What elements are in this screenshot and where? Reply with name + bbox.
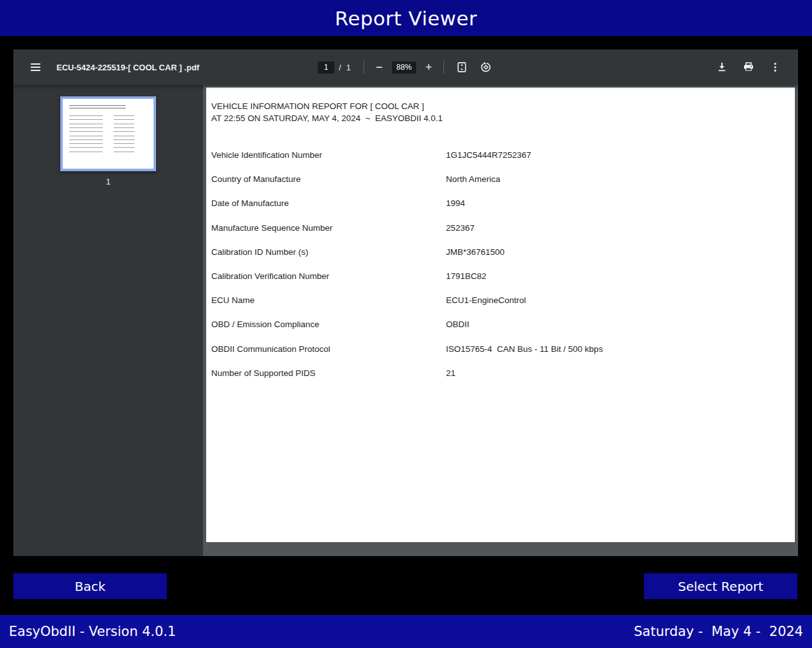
- report-row-value: 1994: [446, 198, 465, 223]
- viewer-body: 1 VEHICLE INFORMATION REPORT FOR [ COOL …: [13, 85, 798, 556]
- fit-page-button[interactable]: [454, 60, 469, 75]
- report-row-value: 1G1JC5444R7252367: [446, 150, 531, 174]
- report-row-label: OBDII Communication Protocol: [211, 344, 446, 368]
- report-title-line1: VEHICLE INFORMATION REPORT FOR [ COOL CA…: [211, 100, 782, 112]
- report-title-line2: AT 22:55 ON SATURDAY, MAY 4, 2024 ~ EASY…: [211, 112, 782, 124]
- report-row-value: ECU1-EngineControl: [446, 295, 526, 320]
- download-button[interactable]: [714, 60, 730, 75]
- document-filename: ECU-5424-225519-[ COOL CAR ] .pdf: [56, 63, 199, 72]
- select-report-button[interactable]: Select Report: [644, 573, 797, 599]
- report-row-value: OBDII: [446, 320, 469, 344]
- app-header: Report Viewer: [0, 0, 812, 36]
- report-row-label: Date of Manufacture: [211, 198, 446, 223]
- report-row: Manufacture Sequence Number 252367: [211, 223, 782, 247]
- thumbnail-text-lines: [114, 115, 134, 155]
- hamburger-icon: [30, 62, 41, 73]
- report-row: Calibration Verification Number 1791BC82: [211, 271, 782, 295]
- toolbar-right-group: [714, 49, 783, 85]
- fit-page-icon: [456, 62, 468, 73]
- page-separator: /: [339, 63, 341, 72]
- report-row: OBDII Communication Protocol ISO15765-4 …: [211, 344, 782, 368]
- page-number-input[interactable]: [318, 62, 334, 74]
- report-row-label: Number of Supported PIDS: [211, 368, 446, 392]
- report-row-value: North America: [446, 174, 501, 198]
- back-button[interactable]: Back: [13, 573, 167, 599]
- page-count: 1: [346, 63, 351, 72]
- rotate-button[interactable]: [478, 60, 494, 75]
- toolbar-divider: [363, 61, 364, 74]
- more-vertical-icon: [769, 62, 781, 73]
- report-row: Number of Supported PIDS 21: [211, 368, 782, 392]
- zoom-out-button[interactable]: −: [372, 60, 387, 75]
- pdf-viewer: ECU-5424-225519-[ COOL CAR ] .pdf / 1 − …: [13, 49, 798, 556]
- rotate-counterclockwise-icon: [480, 62, 492, 73]
- report-row-label: Vehicle Identification Number: [211, 150, 446, 174]
- print-icon: [743, 62, 754, 73]
- report-row-value: JMB*36761500: [446, 247, 504, 271]
- page-viewport: VEHICLE INFORMATION REPORT FOR [ COOL CA…: [203, 85, 798, 556]
- report-title-block: VEHICLE INFORMATION REPORT FOR [ COOL CA…: [211, 100, 782, 124]
- toolbar-left-group: ECU-5424-225519-[ COOL CAR ] .pdf: [28, 49, 199, 85]
- pdf-toolbar: ECU-5424-225519-[ COOL CAR ] .pdf / 1 − …: [13, 49, 798, 85]
- report-row: OBD / Emission Compliance OBDII: [211, 320, 782, 344]
- report-row: Vehicle Identification Number 1G1JC5444R…: [211, 150, 782, 174]
- thumbnail-text-lines: [69, 105, 126, 109]
- report-row-value: 21: [446, 368, 455, 392]
- thumbnail-text-lines: [69, 115, 103, 155]
- report-row-label: Calibration ID Number (s): [211, 247, 446, 271]
- print-button[interactable]: [741, 60, 756, 75]
- thumbnail-page-number: 1: [106, 177, 110, 186]
- zoom-level-field[interactable]: 88%: [392, 62, 416, 74]
- menu-button[interactable]: [28, 60, 43, 75]
- page-title: Report Viewer: [335, 7, 478, 30]
- toolbar-center-group: / 1 − 88% +: [318, 49, 494, 85]
- zoom-in-button[interactable]: +: [421, 60, 436, 75]
- report-rows: Vehicle Identification Number 1G1JC5444R…: [211, 150, 782, 392]
- download-icon: [716, 62, 728, 73]
- report-row-value: 1791BC82: [446, 271, 487, 295]
- report-row-label: ECU Name: [211, 295, 446, 320]
- report-row-value: ISO15765-4 CAN Bus - 11 Bit / 500 kbps: [446, 344, 603, 368]
- date-label: Saturday - May 4 - 2024: [634, 624, 803, 639]
- toolbar-divider: [443, 61, 444, 74]
- report-row: ECU Name ECU1-EngineControl: [211, 295, 782, 320]
- thumbnail-page-preview: [63, 99, 154, 169]
- report-row-label: Country of Manufacture: [211, 174, 446, 198]
- thumbnail-panel: 1: [13, 85, 203, 556]
- report-row-label: Manufacture Sequence Number: [211, 223, 446, 247]
- report-row: Date of Manufacture 1994: [211, 198, 782, 223]
- document-page: VEHICLE INFORMATION REPORT FOR [ COOL CA…: [206, 87, 795, 542]
- report-row-label: OBD / Emission Compliance: [211, 320, 446, 344]
- report-row: Calibration ID Number (s) JMB*36761500: [211, 247, 782, 271]
- report-row: Country of Manufacture North America: [211, 174, 782, 198]
- status-bar: EasyObdII - Version 4.0.1 Saturday - May…: [0, 615, 812, 648]
- page-thumbnail[interactable]: [60, 96, 156, 171]
- report-row-value: 252367: [446, 223, 475, 247]
- app-version-label: EasyObdII - Version 4.0.1: [9, 624, 176, 639]
- report-row-label: Calibration Verification Number: [211, 271, 446, 295]
- more-options-button[interactable]: [768, 60, 783, 75]
